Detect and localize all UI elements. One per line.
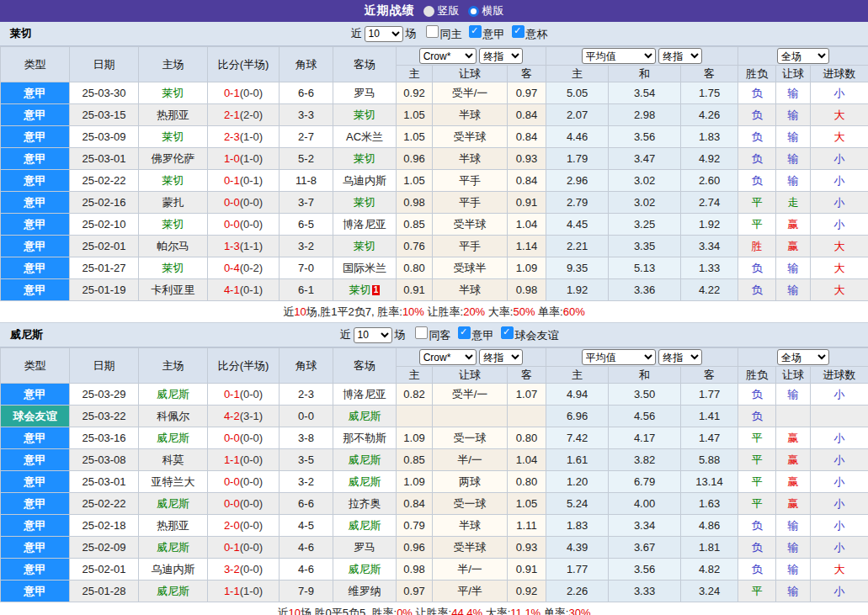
cell-away-team[interactable]: 威尼斯 xyxy=(333,406,397,427)
cell-euro-draw-odds: 3.02 xyxy=(609,170,681,192)
filter-checkbox-1[interactable] xyxy=(469,25,482,38)
sub-column-header: 客 xyxy=(681,66,738,82)
cell-result-handicap: 赢 xyxy=(776,493,811,515)
cell-away-team[interactable]: 维罗纳 xyxy=(333,581,397,602)
euro-odds-stage-select[interactable]: 终指 xyxy=(658,349,702,365)
cell-away-team[interactable]: 莱切 xyxy=(333,148,397,170)
cell-euro-home-odds: 4.39 xyxy=(546,537,609,559)
cell-euro-draw-odds: 5.13 xyxy=(609,257,681,279)
asia-odds-stage-select[interactable]: 终指 xyxy=(479,349,523,365)
cell-score: 0-1(0-1) xyxy=(208,170,280,192)
cell-asia-away-odds: 0.80 xyxy=(508,471,546,493)
asia-odds-stage-select[interactable]: 终指 xyxy=(479,48,523,64)
cell-away-team[interactable]: 博洛尼亚 xyxy=(333,384,397,406)
cell-away-team[interactable]: 罗马 xyxy=(333,537,397,559)
cell-away-team[interactable]: 莱切 xyxy=(333,104,397,126)
cell-home-team[interactable]: 亚特兰大 xyxy=(139,471,208,493)
cell-euro-away-odds: 1.33 xyxy=(681,257,738,279)
cell-euro-away-odds: 3.34 xyxy=(681,236,738,257)
cell-away-team[interactable]: 那不勒斯 xyxy=(333,427,397,449)
filter-checkbox-label[interactable]: 同客 xyxy=(429,329,451,342)
cell-home-team[interactable]: 威尼斯 xyxy=(139,581,208,602)
radio-button-icon[interactable] xyxy=(423,6,434,17)
filter-checkbox-2[interactable] xyxy=(501,326,514,339)
cell-away-team[interactable]: 威尼斯 xyxy=(333,559,397,581)
cell-euro-home-odds: 2.96 xyxy=(546,170,609,192)
result-scope-select[interactable]: 全场 xyxy=(777,349,829,365)
cell-away-team[interactable]: 博洛尼亚 xyxy=(333,214,397,236)
euro-odds-type-select[interactable]: 平均值 xyxy=(582,349,656,365)
filter-checkbox-label[interactable]: 意杯 xyxy=(526,28,548,40)
cell-euro-draw-odds: 3.47 xyxy=(609,148,681,170)
filter-checkbox-label[interactable]: 意甲 xyxy=(483,28,505,40)
cell-home-team[interactable]: 佛罗伦萨 xyxy=(139,148,208,170)
bookmaker-select[interactable]: Crow* xyxy=(419,349,477,365)
cell-home-team[interactable]: 科佩尔 xyxy=(139,406,208,427)
cell-away-team[interactable]: 乌迪内斯 xyxy=(333,170,397,192)
cell-asia-away-odds: 1.04 xyxy=(508,449,546,471)
filter-checkbox-label[interactable]: 意甲 xyxy=(472,329,494,342)
cell-home-team[interactable]: 莱切 xyxy=(139,82,208,104)
cell-away-team[interactable]: 国际米兰 xyxy=(333,257,397,279)
cell-score: 0-0(0-0) xyxy=(208,214,280,236)
recent-games-select[interactable]: 10 xyxy=(365,26,403,42)
radio-vertical-layout[interactable]: 竖版 xyxy=(423,3,460,19)
cell-home-team[interactable]: 热那亚 xyxy=(139,515,208,537)
cell-score: 0-0(0-0) xyxy=(208,471,280,493)
cell-home-team[interactable]: 莱切 xyxy=(139,214,208,236)
cell-home-team[interactable]: 科莫 xyxy=(139,449,208,471)
filter-checkbox-label[interactable]: 球会友谊 xyxy=(515,329,559,342)
euro-odds-stage-select[interactable]: 终指 xyxy=(658,48,702,64)
filter-checkbox-label[interactable]: 同主 xyxy=(440,28,462,40)
cell-date: 25-03-01 xyxy=(70,148,139,170)
cell-home-team[interactable]: 帕尔马 xyxy=(139,236,208,257)
filter-checkbox-1[interactable] xyxy=(458,326,471,339)
cell-away-team[interactable]: 威尼斯 xyxy=(333,449,397,471)
cell-away-team[interactable]: 威尼斯 xyxy=(333,471,397,493)
cell-home-team[interactable]: 威尼斯 xyxy=(139,384,208,406)
half-time-score: (3-1) xyxy=(240,410,263,422)
result-scope-select[interactable]: 全场 xyxy=(777,48,829,64)
cell-euro-draw-odds: 3.82 xyxy=(609,449,681,471)
cell-home-team[interactable]: 蒙扎 xyxy=(139,192,208,214)
cell-home-team[interactable]: 卡利亚里 xyxy=(139,279,208,301)
cell-home-team[interactable]: 威尼斯 xyxy=(139,493,208,515)
bookmaker-select[interactable]: Crow* xyxy=(419,48,477,64)
cell-away-team[interactable]: 莱切 xyxy=(333,236,397,257)
filter-checkbox-2[interactable] xyxy=(512,25,525,38)
cell-away-team[interactable]: 威尼斯 xyxy=(333,515,397,537)
radio-horizontal-layout[interactable]: 横版 xyxy=(468,3,504,19)
full-time-score: 1-1 xyxy=(224,585,240,597)
cell-home-team[interactable]: 莱切 xyxy=(139,126,208,148)
cell-result-goals: 大 xyxy=(811,126,868,148)
cell-euro-home-odds: 2.26 xyxy=(546,581,609,602)
euro-odds-type-select[interactable]: 平均值 xyxy=(582,48,656,64)
cell-away-team[interactable]: 拉齐奥 xyxy=(333,493,397,515)
cell-date: 25-02-18 xyxy=(70,515,139,537)
cell-asia-away-odds: 0.93 xyxy=(508,148,546,170)
cell-home-team[interactable]: 热那亚 xyxy=(139,104,208,126)
cell-home-team[interactable]: 威尼斯 xyxy=(139,537,208,559)
radio-button-icon[interactable] xyxy=(468,6,479,17)
column-header: 客场 xyxy=(333,47,397,82)
cell-home-team[interactable]: 乌迪内斯 xyxy=(139,559,208,581)
cell-asia-home-odds: 0.82 xyxy=(397,384,433,406)
cell-score: 4-1(0-1) xyxy=(208,279,280,301)
cell-away-team[interactable]: 莱切 xyxy=(333,192,397,214)
filter-checkbox-0[interactable] xyxy=(415,326,428,339)
euro-odds-header: 平均值 终指 xyxy=(546,47,738,66)
filter-checkbox-0[interactable] xyxy=(426,25,439,38)
cell-euro-draw-odds: 3.36 xyxy=(609,279,681,301)
cell-home-team[interactable]: 威尼斯 xyxy=(139,427,208,449)
summary-stat-label: 场,胜0平5负5, 胜率: xyxy=(301,607,397,615)
cell-home-team[interactable]: 莱切 xyxy=(139,170,208,192)
cell-asia-home-odds: 0.98 xyxy=(397,559,433,581)
cell-score: 0-0(0-0) xyxy=(208,427,280,449)
cell-away-team[interactable]: 莱切1 xyxy=(333,279,397,301)
sub-column-header: 进球数 xyxy=(811,367,868,384)
summary-stat-label: 场,胜1平2负7, 胜率: xyxy=(306,305,402,318)
cell-away-team[interactable]: AC米兰 xyxy=(333,126,397,148)
cell-away-team[interactable]: 罗马 xyxy=(333,82,397,104)
cell-home-team[interactable]: 莱切 xyxy=(139,257,208,279)
recent-games-select[interactable]: 10 xyxy=(354,327,392,343)
